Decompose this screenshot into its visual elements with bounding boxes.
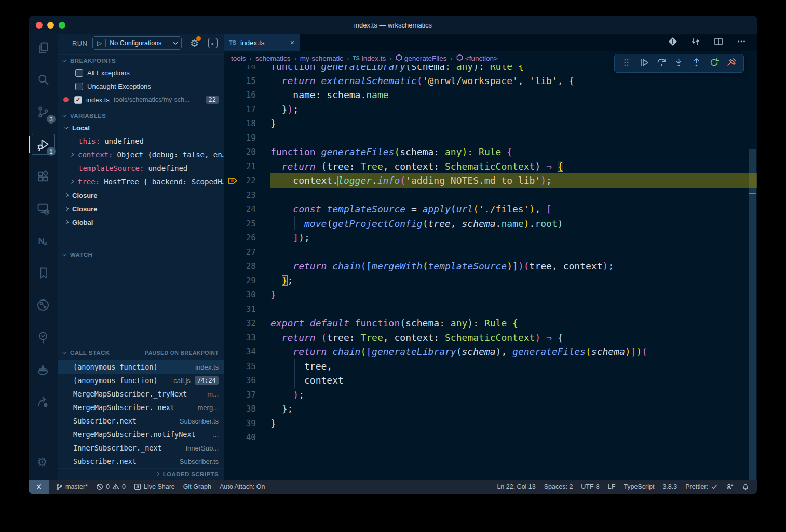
status-indentation[interactable]: Spaces: 2	[540, 480, 577, 494]
variables-scope-global[interactable]: Global	[58, 215, 224, 229]
start-debug-icon[interactable]: ▷	[97, 39, 102, 47]
title-bar[interactable]: index.ts — wrkschematics	[29, 16, 757, 34]
code-line[interactable]: 30}	[224, 288, 757, 302]
status-notifications[interactable]	[738, 480, 753, 494]
breakpoint-row[interactable]: ✓index.tstools/schematics/my-sch...22	[58, 93, 224, 106]
restart-button[interactable]	[709, 58, 719, 70]
code-editor[interactable]: 14function generateLibrary(schema: any):…	[224, 65, 757, 480]
tab-index-ts[interactable]: TS index.ts ×	[224, 34, 300, 51]
variable-row[interactable]: tree:HostTree {_backend: ScopedH…	[58, 175, 224, 188]
debug-console-button[interactable]: ▸	[208, 38, 218, 48]
activity-item-docker[interactable]	[32, 359, 55, 380]
breadcrumb-item[interactable]: tools	[231, 54, 246, 62]
activity-item-explorer[interactable]	[32, 37, 55, 58]
status-cursor-position[interactable]: Ln 22, Col 13	[493, 480, 539, 494]
activity-item-source-control[interactable]: 3	[32, 102, 55, 122]
breakpoint-row[interactable]: All Exceptions	[58, 66, 224, 79]
maximize-window-button[interactable]	[59, 22, 65, 29]
activity-item-remote-explorer[interactable]	[32, 198, 55, 219]
activity-item-nx-console[interactable]: N≥	[32, 230, 55, 251]
call-stack-frame[interactable]: (anonymous function)index.ts	[58, 360, 224, 374]
breakpoints-header[interactable]: BREAKPOINTS	[58, 54, 224, 66]
watch-header[interactable]: WATCH	[58, 249, 224, 260]
code-line[interactable]: 37 );	[224, 388, 757, 402]
activity-item-bookmarks[interactable]	[32, 263, 55, 283]
status-git-graph[interactable]: Git Graph	[179, 480, 215, 494]
variables-scope-local[interactable]: Local	[58, 121, 224, 134]
code-line[interactable]: 32export default function(schema: any): …	[224, 316, 757, 331]
code-line[interactable]: 18}	[224, 116, 757, 131]
code-line[interactable]: 24 const templateSource = apply(url('./f…	[224, 202, 757, 216]
breadcrumb-item[interactable]: generateFiles	[396, 54, 447, 62]
call-stack-frame[interactable]: InnerSubscriber._nextInnerSub...	[58, 441, 224, 455]
close-window-button[interactable]	[36, 22, 43, 29]
status-language-mode[interactable]: TypeScript	[619, 480, 658, 494]
code-line[interactable]: 19	[224, 131, 757, 145]
breakpoint-row[interactable]: Uncaught Exceptions	[58, 79, 224, 93]
breadcrumb-item[interactable]: my-schematic	[300, 54, 343, 62]
breadcrumb-item[interactable]: schematics	[255, 54, 291, 62]
variables-scope-closure[interactable]: Closure	[58, 188, 224, 202]
step-into-button[interactable]	[674, 58, 684, 70]
editor-scrollbar[interactable]	[749, 149, 756, 480]
activity-item-share[interactable]	[32, 391, 55, 412]
code-line[interactable]: 23	[224, 188, 757, 202]
code-line[interactable]: 25 move(getProjectConfig(tree, schema.na…	[224, 216, 757, 231]
status-ts-version[interactable]: 3.8.3	[658, 480, 681, 494]
status-encoding[interactable]: UTF-8	[577, 480, 603, 494]
call-stack-header[interactable]: CALL STACK PAUSED ON BREAKPOINT	[58, 347, 224, 358]
action-compare-changes[interactable]	[691, 37, 700, 48]
configure-gear-button[interactable]: ⚙	[190, 37, 199, 49]
status-eol[interactable]: LF	[604, 480, 620, 494]
launch-configuration-dropdown[interactable]: ▷ No Configurations	[92, 36, 182, 50]
code-line[interactable]: 27	[224, 245, 757, 260]
code-line[interactable]: 29 };	[224, 274, 757, 288]
action-open-changes[interactable]	[668, 37, 677, 48]
code-line[interactable]: 20function generateFiles(schema: any): R…	[224, 145, 757, 159]
status-auto-attach[interactable]: Auto Attach: On	[215, 480, 269, 494]
code-line[interactable]: 34 return chain([generateLibrary(schema)…	[224, 345, 757, 359]
step-out-button[interactable]	[692, 58, 701, 70]
breakpoint-checkbox[interactable]: ✓	[74, 96, 82, 104]
code-line[interactable]: 36 context	[224, 373, 757, 388]
code-line[interactable]: 28 return chain([mergeWith(templateSourc…	[224, 259, 757, 274]
code-line[interactable]: 38 };	[224, 402, 757, 416]
breadcrumb-item[interactable]: <function>	[456, 54, 498, 62]
action-split-editor[interactable]	[714, 37, 723, 48]
activity-item-manage[interactable]: ⚙	[32, 452, 55, 472]
status-prettier[interactable]: Prettier:	[681, 480, 722, 494]
step-over-button[interactable]	[657, 58, 667, 70]
code-line[interactable]: 33 return (tree: Tree, context: Schemati…	[224, 331, 757, 345]
action-more-actions[interactable]	[737, 37, 746, 48]
code-line[interactable]: 16 name: schema.name	[224, 88, 757, 102]
call-stack-frame[interactable]: MergeMapSubscriber._nextmerg...	[58, 401, 224, 414]
activity-item-run-and-debug[interactable]: 1	[32, 134, 55, 155]
variables-scope-closure[interactable]: Closure	[58, 202, 224, 215]
status-feedback[interactable]	[722, 480, 738, 494]
call-stack-frame[interactable]: MergeMapSubscriber.notifyNext...	[58, 428, 224, 441]
breakpoint-checkbox[interactable]	[75, 83, 83, 90]
close-tab-icon[interactable]: ×	[290, 38, 294, 47]
loaded-scripts-header[interactable]: LOADED SCRIPTS	[58, 468, 224, 480]
code-line[interactable]: 39}	[224, 416, 757, 431]
call-stack-frame[interactable]: (anonymous function)call.js74:24	[58, 374, 224, 387]
status-remote-indicator[interactable]	[29, 480, 49, 494]
code-line[interactable]: 31	[224, 302, 757, 317]
status-problems[interactable]: 00	[92, 480, 130, 494]
call-stack-frame[interactable]: MergeMapSubscriber._tryNextm...	[58, 387, 224, 401]
code-line[interactable]: 21 return (tree: Tree, context: Schemati…	[224, 159, 757, 174]
status-live-share[interactable]: Live Share	[130, 480, 179, 494]
code-line[interactable]: 15 return externalSchematic('@nrwl/works…	[224, 74, 757, 88]
call-stack-frame[interactable]: Subscriber.nextSubscriber.ts	[58, 455, 224, 468]
breadcrumb-item[interactable]: TSindex.ts	[353, 54, 386, 62]
activity-item-search[interactable]	[32, 70, 55, 90]
activity-item-todo-tree[interactable]	[32, 327, 55, 348]
code-line[interactable]: 35 tree,	[224, 359, 757, 374]
variables-header[interactable]: VARIABLES	[58, 110, 224, 121]
disconnect-button[interactable]	[727, 58, 737, 70]
code-line[interactable]: 26 ]);	[224, 230, 757, 245]
code-line[interactable]: 40	[224, 430, 757, 445]
activity-item-extensions[interactable]	[32, 166, 55, 187]
status-git-branch[interactable]: master*	[51, 480, 92, 494]
continue-button[interactable]	[639, 58, 649, 70]
